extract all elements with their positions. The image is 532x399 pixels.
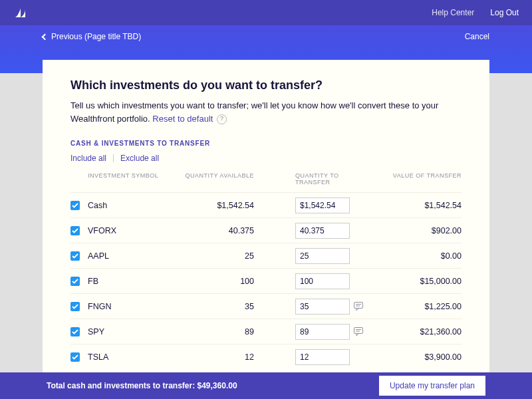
row-available: 12 bbox=[181, 352, 254, 362]
back-link-label: Previous (Page title TBD) bbox=[51, 32, 141, 41]
include-all-link[interactable]: Include all bbox=[70, 154, 106, 163]
table-row: SPY89$21,360.00 bbox=[70, 319, 462, 344]
row-value: $902.00 bbox=[374, 226, 462, 235]
row-available: 25 bbox=[181, 251, 254, 261]
help-icon[interactable]: ? bbox=[217, 114, 227, 124]
quantity-input[interactable] bbox=[295, 299, 350, 315]
row-checkbox[interactable] bbox=[70, 277, 80, 286]
col-header-symbol: INVESTMENT SYMBOL bbox=[88, 172, 181, 186]
logo-icon bbox=[13, 7, 27, 19]
row-checkbox[interactable] bbox=[70, 352, 80, 362]
log-out-link[interactable]: Log Out bbox=[490, 8, 519, 17]
exclude-all-link[interactable]: Exclude all bbox=[120, 154, 159, 163]
footer-bar: Total cash and investments to transfer: … bbox=[0, 372, 532, 399]
row-value: $3,900.00 bbox=[374, 352, 462, 362]
page-subtitle: Tell us which investments you want to tr… bbox=[70, 99, 462, 125]
table-header: INVESTMENT SYMBOL QUANTITY AVAILABLE QUA… bbox=[70, 170, 462, 192]
quantity-input[interactable] bbox=[295, 198, 350, 213]
row-available: $1,542.54 bbox=[181, 201, 254, 210]
row-checkbox[interactable] bbox=[70, 201, 80, 210]
row-checkbox[interactable] bbox=[70, 327, 80, 336]
help-center-link[interactable]: Help Center bbox=[432, 8, 474, 17]
row-available: 100 bbox=[181, 277, 254, 286]
table-row: FNGN35$1,225.00 bbox=[70, 293, 462, 319]
page-title: Which investments do you want to transfe… bbox=[70, 78, 462, 92]
quantity-input[interactable] bbox=[295, 248, 350, 264]
svg-rect-3 bbox=[354, 327, 363, 333]
row-checkbox[interactable] bbox=[70, 302, 80, 311]
chevron-left-icon bbox=[42, 33, 49, 40]
divider bbox=[113, 154, 114, 162]
row-symbol: TSLA bbox=[88, 352, 181, 362]
col-header-available: QUANTITY AVAILABLE bbox=[181, 172, 254, 186]
row-symbol: FNGN bbox=[88, 302, 181, 311]
row-checkbox[interactable] bbox=[70, 251, 80, 261]
update-transfer-plan-button[interactable]: Update my transfer plan bbox=[379, 376, 485, 396]
row-symbol: VFORX bbox=[88, 226, 181, 235]
row-checkbox[interactable] bbox=[70, 226, 80, 235]
header-bar: Help Center Log Out bbox=[0, 0, 532, 25]
row-available: 35 bbox=[181, 302, 254, 311]
transfer-card: Which investments do you want to transfe… bbox=[43, 60, 489, 372]
reset-to-default-link[interactable]: Reset to default bbox=[152, 114, 213, 124]
row-available: 40.375 bbox=[181, 226, 254, 235]
quantity-input[interactable] bbox=[295, 223, 350, 239]
row-value: $1,225.00 bbox=[374, 302, 462, 311]
quantity-input[interactable] bbox=[295, 324, 350, 340]
table-row: TSLA12$3,900.00 bbox=[70, 344, 462, 369]
cancel-link[interactable]: Cancel bbox=[465, 32, 489, 41]
quantity-input[interactable] bbox=[295, 273, 350, 289]
row-value: $0.00 bbox=[374, 251, 462, 261]
row-value: $1,542.54 bbox=[374, 201, 462, 210]
row-value: $15,000.00 bbox=[374, 277, 462, 286]
row-symbol: FB bbox=[88, 277, 181, 286]
footer-total: Total cash and investments to transfer: … bbox=[47, 381, 237, 390]
table-row: FB100$15,000.00 bbox=[70, 268, 462, 293]
row-symbol: Cash bbox=[88, 201, 181, 210]
note-icon[interactable] bbox=[354, 302, 374, 311]
row-value: $21,360.00 bbox=[374, 327, 462, 336]
row-symbol: SPY bbox=[88, 327, 181, 336]
col-header-value: VALUE OF TRANSFER bbox=[374, 172, 462, 186]
note-icon[interactable] bbox=[354, 327, 374, 336]
section-label: CASH & INVESTMENTS TO TRANSFER bbox=[70, 140, 462, 147]
row-available: 89 bbox=[181, 327, 254, 336]
quantity-input[interactable] bbox=[295, 349, 350, 365]
row-symbol: AAPL bbox=[88, 251, 181, 261]
svg-rect-0 bbox=[354, 302, 363, 308]
back-link[interactable]: Previous (Page title TBD) bbox=[43, 32, 141, 41]
table-row: Cash$1,542.54$1,542.54 bbox=[70, 192, 462, 217]
table-row: AAPL25$0.00 bbox=[70, 243, 462, 268]
col-header-to-transfer: QUANTITY TO TRANSFER bbox=[254, 172, 354, 186]
table-row: VFORX40.375$902.00 bbox=[70, 217, 462, 243]
